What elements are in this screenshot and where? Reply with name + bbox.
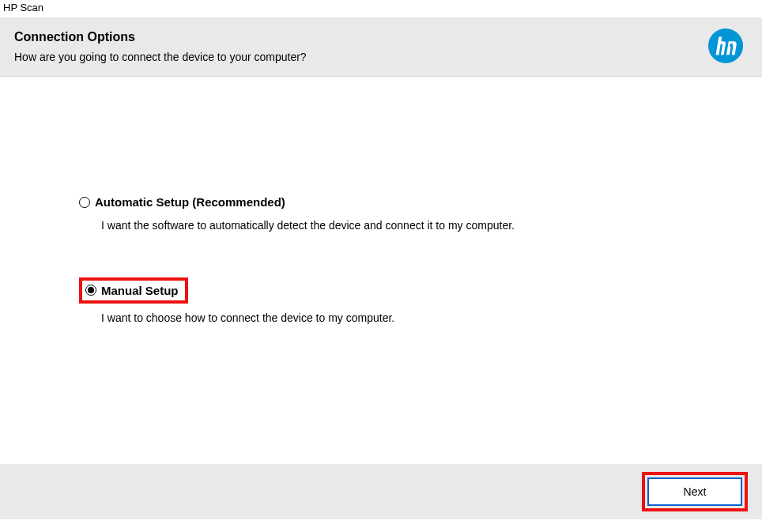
- page-subtitle: How are you going to connect the device …: [14, 51, 707, 63]
- radio-manual-setup[interactable]: Manual Setup: [79, 277, 188, 304]
- page-footer: Next: [0, 464, 762, 519]
- option-manual-label: Manual Setup: [101, 284, 179, 297]
- window-title: HP Scan: [3, 2, 43, 13]
- hp-logo-icon: [707, 27, 745, 65]
- radio-automatic-setup[interactable]: Automatic Setup (Recommended): [79, 195, 285, 209]
- next-button-label: Next: [684, 485, 707, 498]
- option-automatic-label: Automatic Setup (Recommended): [95, 195, 285, 209]
- connection-options: Automatic Setup (Recommended) I want the…: [79, 195, 730, 324]
- page-header: Connection Options How are you going to …: [0, 17, 762, 77]
- content-panel: Automatic Setup (Recommended) I want the…: [0, 77, 762, 464]
- option-automatic-setup: Automatic Setup (Recommended) I want the…: [79, 195, 730, 232]
- svg-point-0: [708, 28, 743, 63]
- next-button[interactable]: Next: [647, 477, 742, 506]
- radio-unchecked-icon: [79, 197, 90, 208]
- option-automatic-description: I want the software to automatically det…: [101, 219, 730, 232]
- next-button-highlight: Next: [642, 472, 748, 511]
- option-manual-description: I want to choose how to connect the devi…: [101, 311, 730, 324]
- header-text-block: Connection Options How are you going to …: [14, 30, 707, 63]
- window-titlebar: HP Scan: [0, 0, 762, 17]
- option-manual-setup: Manual Setup I want to choose how to con…: [79, 277, 730, 324]
- page-title: Connection Options: [14, 30, 707, 44]
- radio-checked-icon: [85, 285, 96, 296]
